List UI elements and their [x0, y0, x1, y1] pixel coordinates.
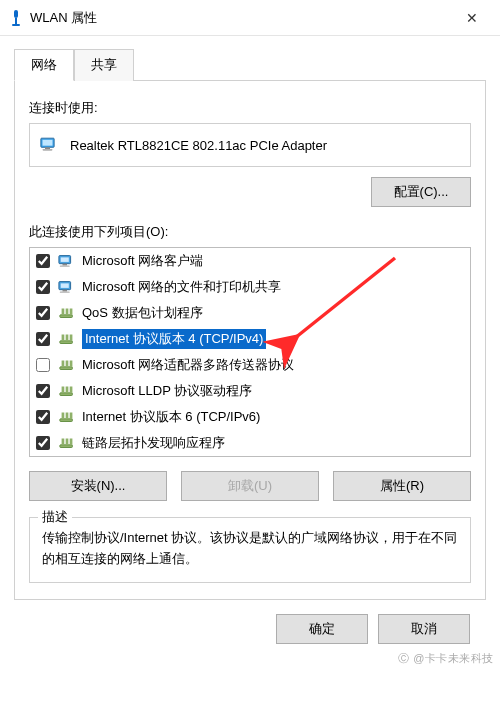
svg-rect-5 [45, 147, 50, 149]
window-close-button[interactable]: ✕ [452, 0, 492, 35]
svg-rect-27 [60, 393, 73, 396]
adapter-name: Realtek RTL8821CE 802.11ac PCIe Adapter [70, 138, 327, 153]
description-legend: 描述 [38, 508, 72, 526]
list-item[interactable]: QoS 数据包计划程序 [30, 300, 470, 326]
description-fieldset: 描述 传输控制协议/Internet 协议。该协议是默认的广域网络协议，用于在不… [29, 517, 471, 583]
svg-rect-19 [60, 341, 73, 344]
svg-rect-15 [60, 315, 73, 318]
svg-rect-0 [14, 10, 18, 18]
svg-rect-32 [62, 413, 65, 419]
item-checkbox[interactable] [36, 436, 50, 450]
item-checkbox[interactable] [36, 332, 50, 346]
network-plug-icon [58, 305, 76, 321]
svg-rect-25 [66, 361, 69, 367]
item-checkbox[interactable] [36, 384, 50, 398]
network-plug-icon [58, 357, 76, 373]
watermark: Ⓒ @卡卡未来科技 [398, 651, 494, 666]
tab-share[interactable]: 共享 [74, 49, 134, 81]
properties-button[interactable]: 属性(R) [333, 471, 471, 501]
uninstall-button: 卸载(U) [181, 471, 319, 501]
tab-network[interactable]: 网络 [14, 49, 74, 81]
svg-rect-13 [63, 290, 68, 292]
app-icon [8, 8, 24, 28]
configure-button[interactable]: 配置(C)... [371, 177, 471, 207]
item-checkbox[interactable] [36, 410, 50, 424]
item-checkbox[interactable] [36, 306, 50, 320]
svg-rect-35 [60, 445, 73, 448]
dialog-footer: 确定 取消 [14, 600, 486, 644]
item-checkbox[interactable] [36, 280, 50, 294]
ok-button[interactable]: 确定 [276, 614, 368, 644]
list-item[interactable]: Internet 协议版本 4 (TCP/IPv4) [30, 326, 470, 352]
monitor-icon [58, 253, 76, 269]
svg-rect-34 [70, 413, 73, 419]
svg-rect-22 [70, 335, 73, 341]
list-item[interactable]: Internet 协议版本 6 (TCP/IPv6) [30, 404, 470, 430]
list-item[interactable]: 链路层拓扑发现响应程序 [30, 430, 470, 456]
connect-using-label: 连接时使用: [29, 99, 471, 117]
network-plug-icon [58, 331, 76, 347]
svg-rect-24 [62, 361, 65, 367]
svg-rect-37 [66, 439, 69, 445]
svg-rect-2 [12, 24, 20, 26]
svg-rect-28 [62, 387, 65, 393]
svg-rect-26 [70, 361, 73, 367]
tab-panel-network: 连接时使用: Realtek RTL8821CE 802.11ac PCIe A… [14, 81, 486, 600]
svg-rect-31 [60, 419, 73, 422]
svg-rect-14 [60, 292, 70, 293]
item-label: Internet 协议版本 4 (TCP/IPv4) [82, 329, 266, 349]
item-label: 链路层拓扑发现响应程序 [82, 434, 225, 452]
adapter-box: Realtek RTL8821CE 802.11ac PCIe Adapter [29, 123, 471, 167]
install-button[interactable]: 安装(N)... [29, 471, 167, 501]
network-items-listbox[interactable]: Microsoft 网络客户端Microsoft 网络的文件和打印机共享QoS … [29, 247, 471, 457]
item-label: Microsoft LLDP 协议驱动程序 [82, 382, 252, 400]
svg-rect-20 [62, 335, 65, 341]
svg-rect-12 [61, 283, 69, 288]
item-label: Microsoft 网络的文件和打印机共享 [82, 278, 281, 296]
list-item[interactable]: Microsoft LLDP 协议驱动程序 [30, 378, 470, 404]
svg-rect-17 [66, 309, 69, 315]
svg-rect-18 [70, 309, 73, 315]
list-item[interactable]: Microsoft 网络适配器多路传送器协议 [30, 352, 470, 378]
svg-rect-36 [62, 439, 65, 445]
svg-rect-8 [61, 257, 69, 262]
svg-rect-23 [60, 367, 73, 370]
adapter-icon [40, 135, 60, 156]
svg-rect-9 [63, 264, 68, 266]
window-title: WLAN 属性 [30, 9, 452, 27]
network-plug-icon [58, 435, 76, 451]
cancel-button[interactable]: 取消 [378, 614, 470, 644]
item-checkbox[interactable] [36, 358, 50, 372]
network-plug-icon [58, 409, 76, 425]
svg-rect-1 [15, 18, 17, 24]
item-label: Microsoft 网络客户端 [82, 252, 203, 270]
item-label: QoS 数据包计划程序 [82, 304, 203, 322]
svg-rect-6 [43, 149, 53, 151]
tab-strip: 网络 共享 [14, 48, 486, 81]
svg-rect-29 [66, 387, 69, 393]
svg-rect-16 [62, 309, 65, 315]
item-label: Internet 协议版本 6 (TCP/IPv6) [82, 408, 260, 426]
svg-rect-21 [66, 335, 69, 341]
network-items-scroll[interactable]: Microsoft 网络客户端Microsoft 网络的文件和打印机共享QoS … [30, 248, 470, 456]
description-text: 传输控制协议/Internet 协议。该协议是默认的广域网络协议，用于在不同的相… [42, 528, 458, 570]
list-item[interactable]: Microsoft 网络客户端 [30, 248, 470, 274]
item-checkbox[interactable] [36, 254, 50, 268]
svg-rect-33 [66, 413, 69, 419]
title-bar: WLAN 属性 ✕ [0, 0, 500, 36]
svg-rect-38 [70, 439, 73, 445]
items-list-label: 此连接使用下列项目(O): [29, 223, 471, 241]
monitor-icon [58, 279, 76, 295]
list-item[interactable]: Microsoft 网络的文件和打印机共享 [30, 274, 470, 300]
network-plug-icon [58, 383, 76, 399]
svg-rect-4 [43, 139, 53, 145]
svg-rect-30 [70, 387, 73, 393]
item-label: Microsoft 网络适配器多路传送器协议 [82, 356, 294, 374]
dialog-body: 网络 共享 连接时使用: Realtek RTL8821CE 802.11ac … [0, 36, 500, 644]
svg-rect-10 [60, 266, 70, 267]
